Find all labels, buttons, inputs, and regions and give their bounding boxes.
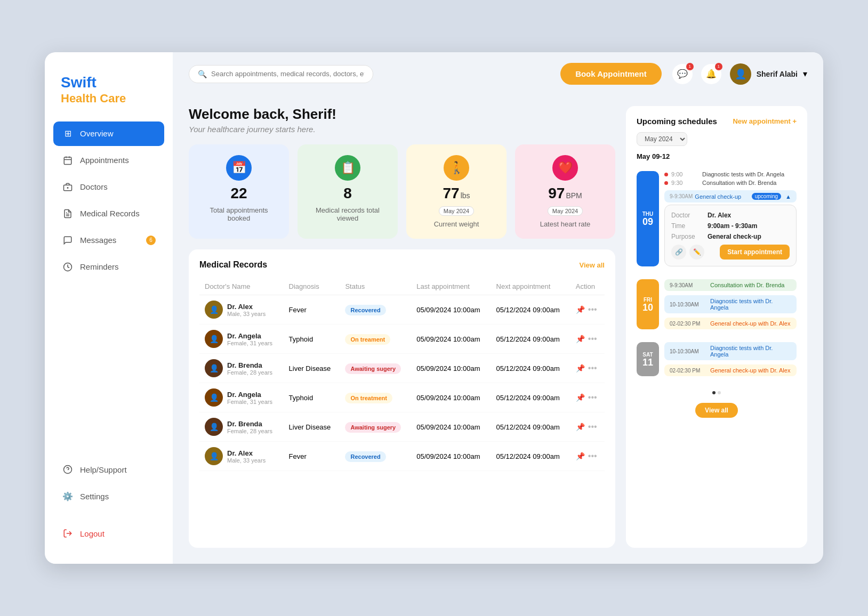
sidebar-item-logout[interactable]: Logout xyxy=(53,521,164,546)
stat-value-weight: 77 xyxy=(443,185,459,202)
doctors-icon xyxy=(62,181,74,193)
fri-num: 10 xyxy=(642,303,653,312)
detail-card: Doctor Dr. Alex Time 9:00am - 9:30am Pur… xyxy=(664,205,797,266)
pin-icon[interactable]: 📌 xyxy=(576,364,585,372)
month-dropdown[interactable]: May 2024 xyxy=(637,132,687,146)
td-action: 📌 ••• xyxy=(570,354,605,383)
td-next-appt: 05/12/2024 09:00am xyxy=(491,354,570,383)
detail-val-purpose: General check-up xyxy=(708,233,761,240)
doctor-avatar: 👤 xyxy=(205,388,223,407)
stats-row: 📅 22 Total appointments booked 📋 8 Medic… xyxy=(189,144,615,239)
detail-key-purpose: Purpose xyxy=(671,233,703,240)
stat-value-heartrate: 97 xyxy=(548,185,565,202)
detail-row: Time 9:00am - 9:30am xyxy=(671,222,790,230)
td-status: Awaiting sugery xyxy=(340,354,411,383)
fri-event-2[interactable]: 10-10:30AM Diagnostic tests with Dr. Ang… xyxy=(664,295,797,313)
more-icon[interactable]: ••• xyxy=(588,422,597,432)
sidebar-item-medical-records[interactable]: Medical Records xyxy=(53,201,164,226)
event-dot xyxy=(664,173,668,176)
pin-icon[interactable]: 📌 xyxy=(576,393,585,402)
start-appointment-button[interactable]: Start appointment xyxy=(720,245,790,260)
new-appointment-link[interactable]: New appointment + xyxy=(733,117,797,125)
fri-event-label-2: Diagnostic tests with Dr. Angela xyxy=(710,298,791,311)
more-icon[interactable]: ••• xyxy=(588,363,597,373)
heartrate-badge[interactable]: May 2024 xyxy=(548,206,583,216)
medical-records-icon xyxy=(62,208,74,220)
fri-event-1[interactable]: 9-9:30AM Consultation with Dr. Brenda xyxy=(664,279,797,291)
dot-1 xyxy=(712,391,716,394)
more-icon[interactable]: ••• xyxy=(588,451,597,461)
sidebar-item-reminders[interactable]: Reminders xyxy=(53,255,164,279)
stat-icon-records: 📋 xyxy=(335,155,360,181)
sidebar-label-overview: Overview xyxy=(80,129,114,138)
table-row: 👤 Dr. Brenda Female, 28 years Liver Dise… xyxy=(199,412,605,442)
sidebar-label-medical-records: Medical Records xyxy=(80,209,140,218)
logo: Swift Health Care xyxy=(45,68,173,121)
user-profile[interactable]: 👤 Sherif Alabi ▾ xyxy=(730,63,807,85)
doctor-info: Female, 28 years xyxy=(227,428,272,434)
td-status: Recovered xyxy=(340,442,411,471)
sidebar-item-overview[interactable]: ⊞ Overview xyxy=(53,121,164,146)
expanded-event-chip[interactable]: 9-9:30AM General check-up upcoming ▲ xyxy=(664,190,797,202)
sidebar-bottom: Help/Support ⚙️ Settings Logout xyxy=(45,457,173,548)
sidebar-item-messages[interactable]: Messages 6 xyxy=(53,228,164,253)
overview-icon: ⊞ xyxy=(62,128,74,140)
bell-icon-button[interactable]: 🔔 1 xyxy=(701,64,721,84)
sat-event-1[interactable]: 10-10:30AM Diagnostic tests with Dr. Ang… xyxy=(664,342,797,360)
sidebar-item-appointments[interactable]: Appointments xyxy=(53,148,164,173)
pin-icon[interactable]: 📌 xyxy=(576,452,585,460)
weight-badge[interactable]: May 2024 xyxy=(439,206,474,216)
status-badge: Recovered xyxy=(345,305,385,315)
td-action: 📌 ••• xyxy=(570,412,605,442)
sidebar-label-settings: Settings xyxy=(80,492,109,501)
td-last-appt: 05/09/2024 10:00am xyxy=(411,383,491,412)
sidebar-item-settings[interactable]: ⚙️ Settings xyxy=(53,484,164,508)
stat-card-records: 📋 8 Medical records total viewed xyxy=(298,144,398,239)
td-last-appt: 05/09/2024 10:00am xyxy=(411,442,491,471)
stat-label-records: Medical records total viewed xyxy=(308,206,387,222)
more-icon[interactable]: ••• xyxy=(588,393,597,402)
help-icon xyxy=(62,464,74,475)
more-icon[interactable]: ••• xyxy=(588,305,597,314)
col-action: Action xyxy=(570,278,605,295)
search-input[interactable] xyxy=(211,70,364,78)
td-doctor: 👤 Dr. Angela Female, 31 years xyxy=(199,325,284,354)
detail-icon-share[interactable]: 🔗 xyxy=(671,245,686,260)
records-header: Medical Records View all xyxy=(199,260,605,270)
col-diagnosis: Diagnosis xyxy=(284,278,340,295)
td-next-appt: 05/12/2024 09:00am xyxy=(491,295,570,325)
view-all-link[interactable]: View all xyxy=(580,261,605,269)
detail-icon-edit[interactable]: ✏️ xyxy=(689,245,704,260)
doctor-info: Female, 28 years xyxy=(227,369,272,376)
view-all-button[interactable]: View all xyxy=(695,403,738,418)
more-icon[interactable]: ••• xyxy=(588,334,597,344)
messages-icon xyxy=(62,234,74,246)
logo-health: Health Care xyxy=(61,92,157,106)
status-badge: Recovered xyxy=(345,451,385,462)
welcome-section: Welcome back, Sherif! Your healthcare jo… xyxy=(189,106,615,134)
col-next-appt: Next appointment xyxy=(491,278,570,295)
doctor-avatar: 👤 xyxy=(205,301,223,319)
chat-icon-button[interactable]: 💬 1 xyxy=(672,64,693,84)
doctor-info: Female, 31 years xyxy=(227,340,272,346)
sidebar-item-help[interactable]: Help/Support xyxy=(53,457,164,482)
fri-event-3[interactable]: 02-02:30 PM General check-up with Dr. Al… xyxy=(664,318,797,329)
td-doctor: 👤 Dr. Alex Male, 33 years xyxy=(199,295,284,325)
book-appointment-button[interactable]: Book Appointment xyxy=(560,63,662,85)
right-panel: Upcoming schedules New appointment + May… xyxy=(626,106,807,548)
td-diagnosis: Typhoid xyxy=(284,383,340,412)
chat-badge: 1 xyxy=(686,63,694,70)
pin-icon[interactable]: 📌 xyxy=(576,423,585,431)
pin-icon[interactable]: 📌 xyxy=(576,305,585,314)
td-last-appt: 05/09/2024 10:00am xyxy=(411,325,491,354)
td-action: 📌 ••• xyxy=(570,325,605,354)
sat-event-2[interactable]: 02-02:30 PM General check-up with Dr. Al… xyxy=(664,364,797,376)
td-next-appt: 05/12/2024 09:00am xyxy=(491,442,570,471)
pin-icon[interactable]: 📌 xyxy=(576,335,585,343)
svg-rect-0 xyxy=(64,157,71,165)
doctor-name: Dr. Angela xyxy=(227,332,272,340)
sidebar-item-doctors[interactable]: Doctors xyxy=(53,175,164,199)
doctor-name: Dr. Alex xyxy=(227,303,266,311)
search-bar[interactable]: 🔍 xyxy=(189,65,373,83)
fri-events: 9-9:30AM Consultation with Dr. Brenda 10… xyxy=(664,279,797,329)
